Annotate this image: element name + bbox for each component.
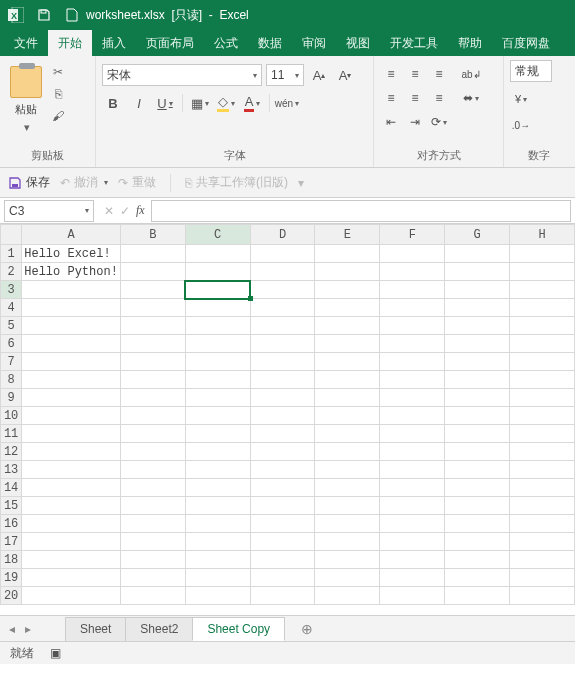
cell-C6[interactable] [185, 335, 250, 353]
cell-C11[interactable] [185, 425, 250, 443]
cell-E7[interactable] [315, 353, 380, 371]
cell-F2[interactable] [380, 263, 445, 281]
cell-G19[interactable] [445, 569, 510, 587]
tab-review[interactable]: 审阅 [292, 30, 336, 56]
cell-F15[interactable] [380, 497, 445, 515]
cell-G17[interactable] [445, 533, 510, 551]
cell-B8[interactable] [120, 371, 185, 389]
cut-icon[interactable]: ✂ [50, 64, 66, 80]
cell-F6[interactable] [380, 335, 445, 353]
cell-G5[interactable] [445, 317, 510, 335]
cell-C8[interactable] [185, 371, 250, 389]
cell-E16[interactable] [315, 515, 380, 533]
cell-F14[interactable] [380, 479, 445, 497]
cell-B20[interactable] [120, 587, 185, 605]
number-format-select[interactable]: 常规 [510, 60, 552, 82]
cell-G16[interactable] [445, 515, 510, 533]
tab-help[interactable]: 帮助 [448, 30, 492, 56]
cell-C16[interactable] [185, 515, 250, 533]
col-header-A[interactable]: A [22, 225, 121, 245]
cell-E2[interactable] [315, 263, 380, 281]
cell-B12[interactable] [120, 443, 185, 461]
cell-H9[interactable] [510, 389, 575, 407]
cell-E19[interactable] [315, 569, 380, 587]
row-header-4[interactable]: 4 [1, 299, 22, 317]
cell-F13[interactable] [380, 461, 445, 479]
cell-H20[interactable] [510, 587, 575, 605]
cell-D7[interactable] [250, 353, 315, 371]
row-header-6[interactable]: 6 [1, 335, 22, 353]
cancel-formula-icon[interactable]: ✕ [104, 204, 114, 218]
cell-G13[interactable] [445, 461, 510, 479]
cell-G8[interactable] [445, 371, 510, 389]
cell-C3[interactable] [185, 281, 250, 299]
increase-indent-icon[interactable]: ⇥ [404, 112, 426, 132]
cell-C2[interactable] [185, 263, 250, 281]
align-top-icon[interactable]: ≡ [380, 64, 402, 84]
cell-D4[interactable] [250, 299, 315, 317]
cell-A11[interactable] [22, 425, 121, 443]
cell-F18[interactable] [380, 551, 445, 569]
cell-D5[interactable] [250, 317, 315, 335]
cell-C18[interactable] [185, 551, 250, 569]
cell-C12[interactable] [185, 443, 250, 461]
cell-F20[interactable] [380, 587, 445, 605]
cell-H7[interactable] [510, 353, 575, 371]
cell-C1[interactable] [185, 245, 250, 263]
col-header-D[interactable]: D [250, 225, 315, 245]
cell-C10[interactable] [185, 407, 250, 425]
cell-H6[interactable] [510, 335, 575, 353]
row-header-1[interactable]: 1 [1, 245, 22, 263]
tab-dev[interactable]: 开发工具 [380, 30, 448, 56]
cell-F10[interactable] [380, 407, 445, 425]
cell-D10[interactable] [250, 407, 315, 425]
col-header-F[interactable]: F [380, 225, 445, 245]
row-header-18[interactable]: 18 [1, 551, 22, 569]
italic-button[interactable]: I [128, 92, 150, 114]
cell-F16[interactable] [380, 515, 445, 533]
cell-A9[interactable] [22, 389, 121, 407]
format-painter-icon[interactable]: 🖌 [50, 108, 66, 124]
cell-C7[interactable] [185, 353, 250, 371]
cell-F11[interactable] [380, 425, 445, 443]
cell-H15[interactable] [510, 497, 575, 515]
fx-icon[interactable]: fx [136, 203, 145, 218]
cell-C19[interactable] [185, 569, 250, 587]
cell-E4[interactable] [315, 299, 380, 317]
font-color-button[interactable]: A▾ [241, 92, 263, 114]
row-header-19[interactable]: 19 [1, 569, 22, 587]
redo-button[interactable]: ↷ 重做 [118, 174, 156, 191]
orientation-icon[interactable]: ⟳▾ [428, 112, 450, 132]
cell-A8[interactable] [22, 371, 121, 389]
row-header-15[interactable]: 15 [1, 497, 22, 515]
share-workbook-button[interactable]: ⎘ 共享工作簿(旧版) [185, 174, 288, 191]
sheet-tab-Sheet[interactable]: Sheet [65, 617, 126, 641]
sheet-tab-Sheet2[interactable]: Sheet2 [125, 617, 193, 641]
cell-E9[interactable] [315, 389, 380, 407]
cell-D17[interactable] [250, 533, 315, 551]
row-header-14[interactable]: 14 [1, 479, 22, 497]
cell-D3[interactable] [250, 281, 315, 299]
cell-C15[interactable] [185, 497, 250, 515]
name-box[interactable]: C3▾ [4, 200, 94, 222]
cell-B7[interactable] [120, 353, 185, 371]
paste-button[interactable]: 粘贴 ▾ [6, 60, 46, 136]
cell-F19[interactable] [380, 569, 445, 587]
cell-A19[interactable] [22, 569, 121, 587]
cell-D14[interactable] [250, 479, 315, 497]
cell-F17[interactable] [380, 533, 445, 551]
align-center-icon[interactable]: ≡ [404, 88, 426, 108]
cell-C5[interactable] [185, 317, 250, 335]
fill-color-button[interactable]: ◇▾ [215, 92, 237, 114]
row-header-3[interactable]: 3 [1, 281, 22, 299]
cell-A5[interactable] [22, 317, 121, 335]
save-icon[interactable] [36, 7, 52, 23]
cell-B6[interactable] [120, 335, 185, 353]
cell-C17[interactable] [185, 533, 250, 551]
worksheet-grid[interactable]: ABCDEFGH1Hello Excel!2Hello Python!34567… [0, 224, 575, 616]
cell-G14[interactable] [445, 479, 510, 497]
cell-H17[interactable] [510, 533, 575, 551]
row-header-11[interactable]: 11 [1, 425, 22, 443]
cell-F5[interactable] [380, 317, 445, 335]
macro-record-icon[interactable]: ▣ [50, 646, 61, 660]
